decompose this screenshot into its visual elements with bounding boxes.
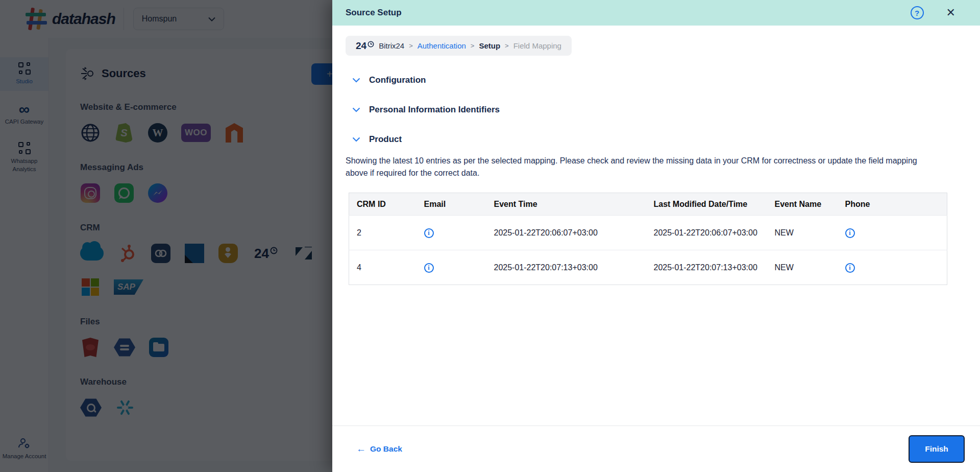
cell-event-time: 2025-01-22T20:07:13+03:00 xyxy=(486,250,646,285)
breadcrumb-field-mapping: Field Mapping xyxy=(513,41,561,50)
breadcrumb: 24 Bitrix24 > Authentication > Setup > F… xyxy=(346,36,572,56)
breadcrumb-setup[interactable]: Setup xyxy=(479,41,500,50)
cell-crm-id: 2 xyxy=(349,216,416,250)
modal-footer: ← Go Back Finish xyxy=(332,426,980,472)
column-event-time: Event Time xyxy=(486,193,646,216)
go-back-button[interactable]: ← Go Back xyxy=(356,443,402,455)
back-arrow-icon: ← xyxy=(356,443,366,455)
bitrix24-breadcrumb-icon: 24 xyxy=(356,41,374,51)
breadcrumb-separator: > xyxy=(409,42,413,50)
section-personal-information-identifiers[interactable]: Personal Information Identifiers xyxy=(332,105,980,115)
column-email: Email xyxy=(416,193,486,216)
section-product[interactable]: Product xyxy=(332,134,980,145)
cell-event-name: NEW xyxy=(767,250,838,285)
breadcrumb-source: Bitrix24 xyxy=(379,41,404,50)
breadcrumb-separator: > xyxy=(471,42,475,50)
table-row: 2 i 2025-01-22T20:06:07+03:00 2025-01-22… xyxy=(349,216,947,250)
column-last-modified: Last Modified Date/Time xyxy=(646,193,767,216)
info-icon[interactable]: i xyxy=(424,228,434,238)
cell-phone: i xyxy=(838,250,947,285)
close-icon[interactable]: ✕ xyxy=(946,7,955,18)
modal-header: Source Setup ? ✕ xyxy=(332,0,980,26)
cell-event-time: 2025-01-22T20:06:07+03:00 xyxy=(486,216,646,250)
finish-button[interactable]: Finish xyxy=(909,435,965,463)
column-crm-id: CRM ID xyxy=(349,193,416,216)
chevron-down-icon xyxy=(352,107,360,112)
breadcrumb-authentication[interactable]: Authentication xyxy=(418,41,466,50)
mapping-preview-table: CRM ID Email Event Time Last Modified Da… xyxy=(349,193,947,285)
column-event-name: Event Name xyxy=(767,193,838,216)
info-icon[interactable]: i xyxy=(845,228,855,238)
cell-crm-id: 4 xyxy=(349,250,416,285)
table-row: 4 i 2025-01-22T20:07:13+03:00 2025-01-22… xyxy=(349,250,947,285)
go-back-label: Go Back xyxy=(370,444,402,454)
table-header-row: CRM ID Email Event Time Last Modified Da… xyxy=(349,193,947,216)
source-setup-modal: Source Setup ? ✕ 24 Bitrix24 > Authentic… xyxy=(332,0,980,472)
cell-event-name: NEW xyxy=(767,216,838,250)
mapping-note: Showing the latest 10 entries as per the… xyxy=(346,155,938,179)
cell-last-modified: 2025-01-22T20:07:13+03:00 xyxy=(646,250,767,285)
cell-last-modified: 2025-01-22T20:06:07+03:00 xyxy=(646,216,767,250)
modal-title: Source Setup xyxy=(346,8,402,18)
info-icon[interactable]: i xyxy=(424,263,434,273)
section-title: Personal Information Identifiers xyxy=(369,105,500,115)
section-configuration[interactable]: Configuration xyxy=(332,75,980,85)
section-title: Configuration xyxy=(369,75,426,85)
breadcrumb-separator: > xyxy=(505,42,509,50)
chevron-down-icon xyxy=(352,78,360,83)
cell-email: i xyxy=(416,216,486,250)
section-title: Product xyxy=(369,134,402,145)
chevron-down-icon xyxy=(352,137,360,142)
help-icon[interactable]: ? xyxy=(911,6,924,19)
cell-phone: i xyxy=(838,216,947,250)
info-icon[interactable]: i xyxy=(845,263,855,273)
column-phone: Phone xyxy=(838,193,947,216)
cell-email: i xyxy=(416,250,486,285)
